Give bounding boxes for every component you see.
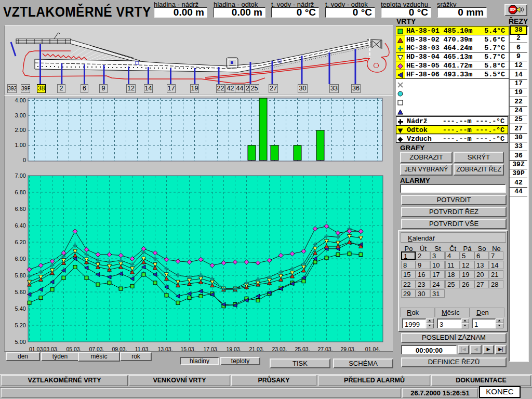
svg-text:2.00: 2.00 — [15, 127, 26, 133]
svg-text:29.03.: 29.03. — [340, 346, 355, 352]
svg-text:27.03.: 27.03. — [317, 346, 332, 352]
svg-text:19.03.: 19.03. — [226, 346, 241, 352]
svg-text:5.80: 5.80 — [15, 272, 26, 278]
svg-text:6.80: 6.80 — [15, 189, 26, 195]
svg-text:13.03.: 13.03. — [157, 346, 172, 352]
svg-text:6.40: 6.40 — [15, 222, 26, 229]
svg-text:STOP: STOP — [510, 8, 516, 11]
svg-text:7.00: 7.00 — [15, 173, 26, 179]
svg-text:5.00: 5.00 — [15, 339, 26, 345]
svg-text:25.03.: 25.03. — [295, 346, 310, 352]
svg-text:3.00: 3.00 — [15, 112, 26, 118]
svg-text:01.03.: 01.03. — [29, 346, 44, 352]
svg-text:01.04.: 01.04. — [365, 346, 380, 352]
svg-text:03.03.: 03.03. — [43, 346, 58, 352]
svg-text:5.40: 5.40 — [15, 305, 26, 312]
svg-text:6.00: 6.00 — [15, 256, 26, 262]
svg-text:6.20: 6.20 — [15, 239, 26, 245]
svg-text:4.00: 4.00 — [15, 97, 26, 103]
svg-text:11.03.: 11.03. — [135, 346, 150, 352]
svg-text:17.03.: 17.03. — [203, 346, 218, 352]
svg-text:5.60: 5.60 — [15, 289, 26, 295]
svg-text:6.60: 6.60 — [15, 206, 26, 212]
svg-text:21.03.: 21.03. — [249, 346, 264, 352]
svg-text:23.03.: 23.03. — [272, 346, 287, 352]
svg-text:15.03.: 15.03. — [180, 346, 195, 352]
svg-text:5.20: 5.20 — [15, 322, 26, 328]
svg-text:1.00: 1.00 — [15, 142, 26, 148]
svg-text:0: 0 — [23, 157, 26, 163]
